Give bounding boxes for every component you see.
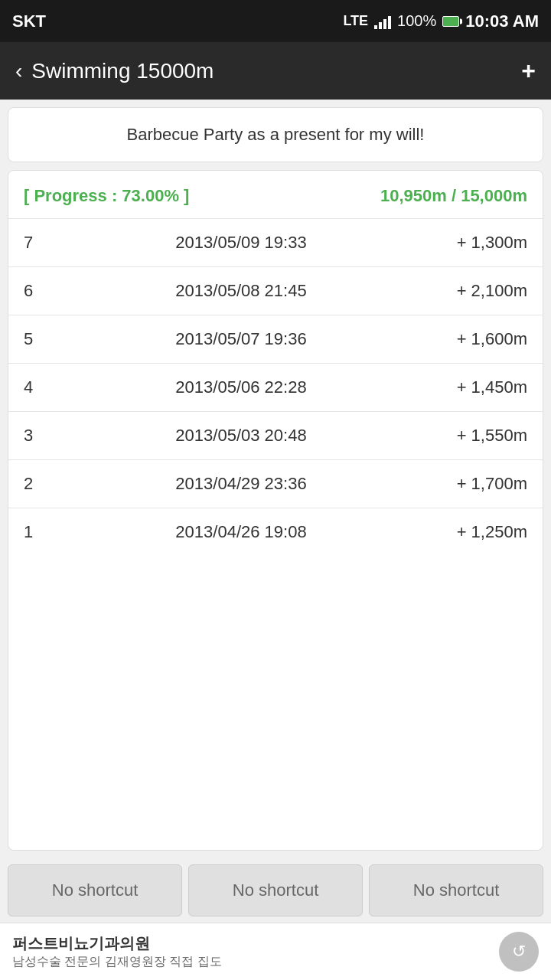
log-row[interactable]: 42013/05/06 22:28+ 1,450m: [8, 364, 543, 412]
log-amount: + 1,700m: [428, 474, 527, 494]
status-bar: SKT LTE 100% 10:03 AM: [0, 0, 551, 42]
ad-subtitle: 남성수술 전문의 김재영원장 직접 집도: [12, 954, 222, 970]
log-amount: + 1,300m: [428, 233, 527, 253]
log-date: 2013/05/03 20:48: [54, 426, 428, 446]
log-amount: + 2,100m: [428, 281, 527, 301]
header: ‹ Swimming 15000m +: [0, 42, 551, 100]
lte-icon: LTE: [343, 13, 368, 29]
goal-text: Barbecue Party as a present for my will!: [127, 125, 425, 144]
log-date: 2013/04/29 23:36: [54, 474, 428, 494]
shortcut-button-2[interactable]: No shortcut: [188, 864, 363, 916]
ad-title: 퍼스트비뇨기과의원: [12, 933, 222, 954]
progress-label: [ Progress : 73.00% ]: [24, 186, 189, 206]
log-amount: + 1,450m: [428, 377, 527, 397]
signal-icon: [374, 14, 391, 29]
log-index: 5: [24, 329, 54, 349]
progress-header: [ Progress : 73.00% ] 10,950m / 15,000m: [8, 171, 543, 219]
log-row[interactable]: 52013/05/07 19:36+ 1,600m: [8, 315, 543, 364]
log-index: 2: [24, 474, 54, 494]
log-index: 4: [24, 377, 54, 397]
progress-value: 10,950m / 15,000m: [380, 186, 527, 206]
log-date: 2013/04/26 19:08: [54, 522, 428, 542]
log-amount: + 1,550m: [428, 426, 527, 446]
log-entries: 72013/05/09 19:33+ 1,300m62013/05/08 21:…: [8, 219, 543, 850]
log-row[interactable]: 12013/04/26 19:08+ 1,250m: [8, 508, 543, 556]
shortcuts-bar: No shortcut No shortcut No shortcut: [0, 858, 551, 923]
log-date: 2013/05/09 19:33: [54, 233, 428, 253]
progress-card: [ Progress : 73.00% ] 10,950m / 15,000m …: [8, 170, 543, 851]
back-button[interactable]: ‹: [15, 59, 22, 83]
main-content: Barbecue Party as a present for my will!…: [0, 100, 551, 858]
log-index: 1: [24, 522, 54, 542]
log-date: 2013/05/08 21:45: [54, 281, 428, 301]
shortcut-button-1[interactable]: No shortcut: [8, 864, 182, 916]
log-index: 3: [24, 426, 54, 446]
ad-banner: 퍼스트비뇨기과의원 남성수술 전문의 김재영원장 직접 집도 ↺: [0, 923, 551, 980]
log-amount: + 1,600m: [428, 329, 527, 349]
battery-icon: [442, 16, 459, 27]
ad-text: 퍼스트비뇨기과의원 남성수술 전문의 김재영원장 직접 집도: [12, 933, 222, 970]
goal-card: Barbecue Party as a present for my will!: [8, 107, 543, 162]
add-button[interactable]: +: [521, 57, 536, 85]
log-row[interactable]: 22013/04/29 23:36+ 1,700m: [8, 460, 543, 508]
page-title: Swimming 15000m: [31, 59, 214, 83]
share-icon: ↺: [512, 942, 526, 962]
status-right: LTE 100% 10:03 AM: [343, 11, 539, 31]
carrier-label: SKT: [12, 11, 46, 31]
ad-share-button[interactable]: ↺: [499, 932, 539, 972]
log-date: 2013/05/07 19:36: [54, 329, 428, 349]
shortcut-button-3[interactable]: No shortcut: [369, 864, 543, 916]
log-index: 7: [24, 233, 54, 253]
log-date: 2013/05/06 22:28: [54, 377, 428, 397]
log-row[interactable]: 72013/05/09 19:33+ 1,300m: [8, 219, 543, 267]
header-left: ‹ Swimming 15000m: [15, 59, 214, 83]
log-index: 6: [24, 281, 54, 301]
battery-percent: 100%: [397, 12, 436, 30]
status-time: 10:03 AM: [465, 11, 539, 31]
log-row[interactable]: 32013/05/03 20:48+ 1,550m: [8, 412, 543, 460]
log-row[interactable]: 62013/05/08 21:45+ 2,100m: [8, 267, 543, 315]
log-amount: + 1,250m: [428, 522, 527, 542]
